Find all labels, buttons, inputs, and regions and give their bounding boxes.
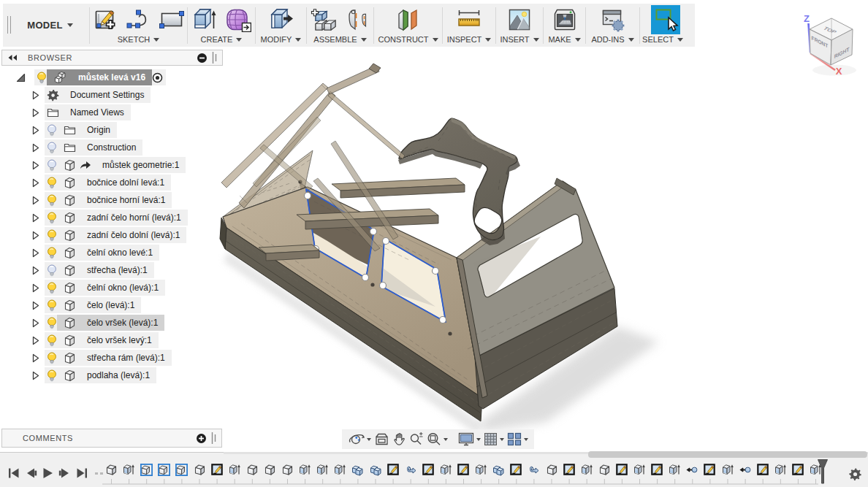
timeline-feature-sketch[interactable] <box>704 464 716 476</box>
browser-item[interactable]: čelo vršek levý:1 <box>45 332 159 348</box>
timeline-feature-move[interactable] <box>686 464 698 476</box>
timeline-feature-extrude[interactable] <box>774 464 787 476</box>
timeline-feature-combine[interactable] <box>351 464 364 476</box>
menu-select[interactable]: SELECT <box>642 34 683 45</box>
scripts-addins-button[interactable] <box>601 7 625 32</box>
timeline-feature-extrude[interactable] <box>229 464 241 476</box>
menu-make[interactable]: MAKE <box>548 34 580 45</box>
tree-expand-toggle[interactable] <box>31 213 40 223</box>
new-component-button[interactable] <box>310 7 336 32</box>
timeline-feature-sketch[interactable] <box>792 464 804 476</box>
nav-viewports-button[interactable] <box>507 432 528 446</box>
nav-pan-button[interactable] <box>392 432 406 446</box>
timeline-settings-gear-icon[interactable] <box>849 468 861 480</box>
tree-expand-toggle[interactable] <box>31 248 40 258</box>
nav-zoom-button[interactable] <box>409 432 424 446</box>
timeline-feature-component[interactable] <box>281 464 294 476</box>
timeline-feature-extrude[interactable] <box>334 464 346 476</box>
timeline-feature-extrude[interactable] <box>633 464 646 476</box>
timeline-feature-extrude[interactable] <box>440 464 452 476</box>
browser-item[interactable]: bočnice horní levá:1 <box>45 192 172 208</box>
rectangle-button[interactable] <box>159 9 184 30</box>
timeline-feature-component-selected[interactable] <box>175 464 188 476</box>
tree-expand-toggle[interactable] <box>31 301 40 310</box>
timeline-feature-extrude[interactable] <box>722 464 734 476</box>
workspace-switcher[interactable]: MODEL <box>11 4 89 47</box>
collapse-panel-icon[interactable] <box>7 54 18 61</box>
timeline-feature-sketch[interactable] <box>616 464 628 476</box>
extrude-button[interactable] <box>192 7 217 32</box>
menu-create[interactable]: CREATE <box>201 34 243 45</box>
timeline-feature-component[interactable] <box>264 464 276 476</box>
tree-expand-toggle[interactable] <box>31 266 40 275</box>
tree-expand-toggle[interactable] <box>31 283 40 293</box>
tree-expand-toggle[interactable] <box>31 336 40 345</box>
timeline-feature-sketch[interactable] <box>211 464 224 476</box>
timeline-playhead[interactable] <box>817 459 829 484</box>
timeline-feature-mirror[interactable] <box>405 464 417 476</box>
browser-item[interactable]: Document Settings <box>45 87 151 103</box>
timeline-feature-combine[interactable] <box>492 464 505 476</box>
browser-item[interactable]: bočnice dolní levá:1 <box>45 175 171 191</box>
timeline-feature-extrude[interactable] <box>299 464 311 476</box>
3d-print-button[interactable] <box>552 7 577 32</box>
menu-inspect[interactable]: INSPECT <box>447 34 492 45</box>
tree-expand-toggle[interactable] <box>31 143 40 153</box>
measure-button[interactable] <box>457 8 481 31</box>
timeline-feature-sketch[interactable] <box>387 464 400 476</box>
tree-expand-toggle[interactable] <box>31 108 40 118</box>
browser-item[interactable]: čelní okno levé:1 <box>45 245 159 261</box>
browser-item[interactable]: střecha rám (levá):1 <box>45 350 172 366</box>
nav-display-settings-button[interactable] <box>458 432 481 446</box>
timeline-feature-sketch[interactable] <box>457 464 470 476</box>
timeline-feature-component[interactable] <box>546 464 558 476</box>
browser-item[interactable]: můstek geometrie:1 <box>45 157 186 173</box>
menu-sketch[interactable]: SKETCH <box>118 34 160 45</box>
create-sketch-button[interactable] <box>94 7 118 32</box>
tree-collapse-toggle[interactable] <box>16 73 26 83</box>
tree-expand-toggle[interactable] <box>31 91 40 100</box>
timeline-feature-component-selected[interactable] <box>158 464 170 476</box>
timeline-feature-sketch[interactable] <box>422 464 435 476</box>
menu-add-ins[interactable]: ADD-INS <box>591 34 633 45</box>
menu-assemble[interactable]: ASSEMBLE <box>313 34 366 45</box>
timeline-scrollbar-thumb[interactable] <box>588 451 867 458</box>
timeline-feature-combine[interactable] <box>370 464 382 476</box>
menu-modify[interactable]: MODIFY <box>261 34 302 45</box>
tree-expand-toggle[interactable] <box>31 371 40 380</box>
browser-item[interactable]: můstek levá v16 <box>34 69 166 85</box>
timeline-feature-component[interactable] <box>598 464 611 476</box>
timeline-feature-component-selected[interactable] <box>140 464 153 476</box>
menu-insert[interactable]: INSERT <box>500 34 538 45</box>
nav-orbit-button[interactable] <box>348 432 371 446</box>
select-button[interactable] <box>651 5 680 34</box>
timeline-feature-sketch[interactable] <box>510 464 522 476</box>
timeline-feature-component[interactable] <box>246 464 259 476</box>
browser-item[interactable]: čelo (levá):1 <box>45 297 141 313</box>
timeline-feature-extrude[interactable] <box>475 464 487 476</box>
panel-drag-grip[interactable] <box>211 432 217 444</box>
viewcube[interactable]: TOP FRONT RIGHT Z X <box>789 0 868 88</box>
tree-expand-toggle[interactable] <box>31 126 40 135</box>
tree-expand-toggle[interactable] <box>31 353 40 363</box>
timeline-feature-move[interactable] <box>739 464 752 476</box>
browser-item[interactable]: Origin <box>45 122 117 138</box>
nav-look-at-button[interactable] <box>374 433 389 445</box>
timeline-feature-extrude[interactable] <box>669 464 681 476</box>
timeline-feature-mirror[interactable] <box>528 464 540 476</box>
joint-button[interactable] <box>344 7 370 32</box>
add-comment-icon[interactable] <box>196 433 207 444</box>
browser-item[interactable]: čelní okno (levá):1 <box>45 280 165 296</box>
create-form-button[interactable] <box>225 7 251 32</box>
browser-item[interactable]: Named Views <box>45 104 131 120</box>
tree-expand-toggle[interactable] <box>31 318 40 328</box>
insert-image-button[interactable] <box>508 8 531 31</box>
press-pull-button[interactable] <box>268 7 294 32</box>
browser-header[interactable]: BROWSER <box>1 50 223 66</box>
construction-plane-button[interactable] <box>396 7 421 32</box>
browser-item[interactable]: zadní čelo dolní (levá):1 <box>45 227 186 243</box>
nav-grid-settings-button[interactable] <box>484 432 504 446</box>
timeline-feature-extrude[interactable] <box>316 464 329 476</box>
timeline-feature-sketch[interactable] <box>651 464 663 476</box>
timeline-feature-component[interactable] <box>194 464 206 476</box>
